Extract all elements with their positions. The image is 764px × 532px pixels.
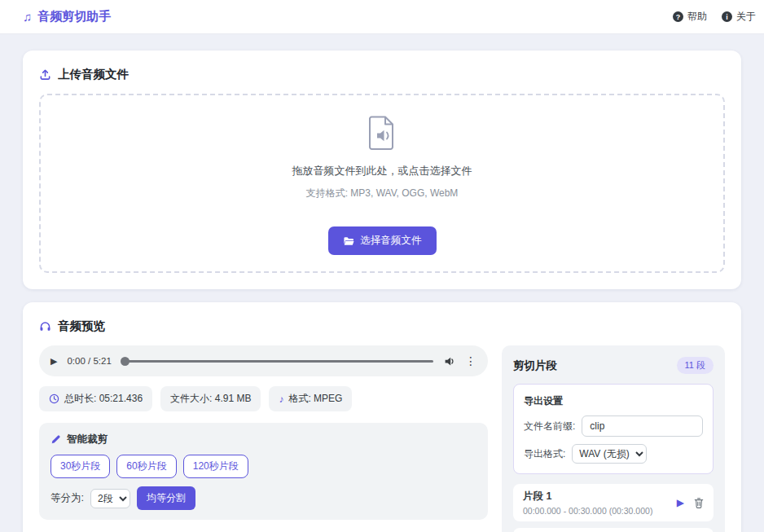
filesize-badge-text: 文件大小: 4.91 MB [170, 392, 251, 406]
info-icon: i [722, 11, 732, 22]
format-label: 导出格式: [524, 447, 565, 461]
upload-card: 上传音频文件 拖放音频文件到此处，或点击选择文件 支持格式: MP3, WAV,… [23, 51, 741, 289]
player-menu-icon[interactable]: ⋮ [465, 354, 476, 367]
music-note-icon: ♫ [23, 10, 32, 24]
preview-grid: ▶ 0:00 / 5:21 ⋮ 总时长: 05:21.436 [39, 345, 725, 532]
equal-split-button[interactable]: 均等分割 [137, 486, 195, 510]
preview-left-column: ▶ 0:00 / 5:21 ⋮ 总时长: 05:21.436 [39, 345, 488, 532]
clips-panel-header: 剪切片段 11 段 [513, 357, 714, 374]
player-time: 0:00 / 5:21 [67, 356, 111, 366]
smart-cut-title: 智能裁剪 [50, 433, 476, 446]
prefix-label: 文件名前缀: [524, 420, 575, 433]
player-play-icon[interactable]: ▶ [50, 356, 57, 367]
clips-panel: 剪切片段 11 段 导出设置 文件名前缀: 导出格式: WAV (无损) [502, 345, 725, 532]
audio-player[interactable]: ▶ 0:00 / 5:21 ⋮ [39, 345, 488, 376]
header: ♫ 音频剪切助手 ? 帮助 i 关于 [0, 0, 764, 34]
clips-list: 片段 1 00:00.000 - 00:30.000 (00:30.000) ▶ [513, 484, 714, 532]
clips-panel-title: 剪切片段 [513, 358, 557, 373]
split-count-select[interactable]: 2段 [90, 489, 130, 508]
clip-row: 片段 1 00:00.000 - 00:30.000 (00:30.000) ▶ [513, 484, 714, 521]
delete-clip-icon[interactable] [694, 497, 704, 508]
about-label: 关于 [736, 10, 756, 24]
help-label: 帮助 [687, 10, 707, 24]
select-file-button[interactable]: 选择音频文件 [328, 226, 437, 255]
headphones-icon [39, 320, 51, 332]
upload-title-text: 上传音频文件 [58, 67, 129, 82]
clip-info: 片段 1 00:00.000 - 00:30.000 (00:30.000) [523, 490, 652, 516]
preset-30s-button[interactable]: 30秒片段 [50, 455, 110, 478]
clip-range: 00:00.000 - 00:30.000 (00:30.000) [523, 506, 652, 516]
app-title-text: 音频剪切助手 [37, 9, 111, 24]
header-links: ? 帮助 i 关于 [658, 10, 756, 24]
info-badges: 总时长: 05:21.436 文件大小: 4.91 MB ♪ 格式: MPEG [39, 386, 488, 411]
duration-badge-text: 总时长: 05:21.436 [64, 392, 143, 406]
preview-section-title: 音频预览 [39, 319, 725, 334]
clip-name: 片段 1 [523, 490, 652, 503]
preview-title-text: 音频预览 [58, 319, 105, 334]
help-link[interactable]: ? 帮助 [673, 10, 707, 24]
folder-icon [343, 236, 354, 246]
duration-badge: 总时长: 05:21.436 [39, 386, 152, 411]
upload-icon [39, 68, 51, 81]
filesize-badge: 文件大小: 4.91 MB [160, 386, 261, 411]
volume-icon[interactable] [443, 355, 455, 367]
preset-buttons: 30秒片段 60秒片段 120秒片段 [50, 455, 476, 478]
preset-120s-button[interactable]: 120秒片段 [183, 455, 248, 478]
split-controls: 等分为: 2段 均等分割 [50, 486, 476, 510]
format-badge: ♪ 格式: MPEG [269, 386, 352, 411]
export-format-select[interactable]: WAV (无损) [572, 444, 647, 464]
clock-icon [49, 394, 59, 404]
formats-text: 支持格式: MP3, WAV, OGG, WebM [49, 187, 715, 200]
dropzone[interactable]: 拖放音频文件到此处，或点击选择文件 支持格式: MP3, WAV, OGG, W… [39, 94, 725, 273]
upload-section-title: 上传音频文件 [39, 67, 725, 82]
split-label: 等分为: [50, 491, 84, 505]
music-note-icon: ♪ [279, 394, 283, 405]
app-title: ♫ 音频剪切助手 [23, 9, 111, 24]
select-file-label: 选择音频文件 [361, 234, 422, 248]
preview-card: 音频预览 ▶ 0:00 / 5:21 ⋮ [23, 302, 741, 532]
preset-60s-button[interactable]: 60秒片段 [116, 455, 176, 478]
play-clip-icon[interactable]: ▶ [677, 497, 684, 508]
clip-row: 片段 2 00:30.000 - 01:00.000 (00:30.000) ▶ [513, 528, 714, 532]
prefix-input[interactable] [582, 415, 703, 437]
pen-icon [50, 434, 61, 445]
smart-cut-title-text: 智能裁剪 [67, 433, 108, 446]
about-link[interactable]: i 关于 [722, 10, 756, 24]
format-row: 导出格式: WAV (无损) [524, 444, 703, 464]
audio-file-icon [367, 139, 397, 153]
player-seekbar[interactable] [121, 360, 433, 363]
smart-cut-panel: 智能裁剪 30秒片段 60秒片段 120秒片段 等分为: 2段 均等分割 [39, 423, 488, 520]
dropzone-text: 拖放音频文件到此处，或点击选择文件 [49, 164, 715, 178]
clip-actions: ▶ [677, 497, 704, 508]
clip-count-badge: 11 段 [677, 357, 714, 374]
export-settings-title: 导出设置 [524, 394, 703, 408]
help-icon: ? [673, 11, 683, 22]
prefix-row: 文件名前缀: [524, 415, 703, 437]
export-settings: 导出设置 文件名前缀: 导出格式: WAV (无损) [513, 384, 714, 474]
main-content: 上传音频文件 拖放音频文件到此处，或点击选择文件 支持格式: MP3, WAV,… [0, 34, 764, 532]
format-badge-text: 格式: MPEG [288, 392, 342, 406]
